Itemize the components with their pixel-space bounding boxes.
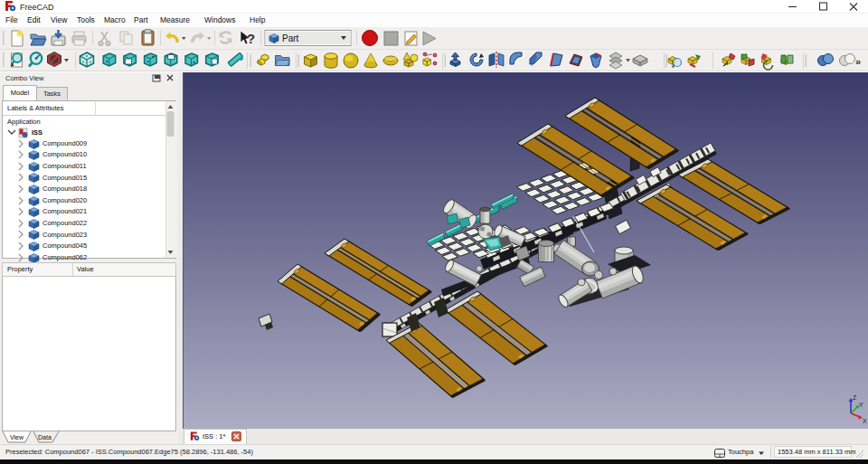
svg-text:Y: Y — [859, 402, 863, 408]
svg-text:Data: Data — [38, 434, 52, 440]
svg-text:Part: Part — [282, 33, 299, 43]
svg-text:»: » — [855, 56, 861, 67]
svg-text:View: View — [10, 434, 24, 440]
svg-text:?: ? — [247, 31, 255, 46]
svg-text:Z: Z — [853, 394, 857, 401]
svg-text:X: X — [863, 418, 867, 424]
